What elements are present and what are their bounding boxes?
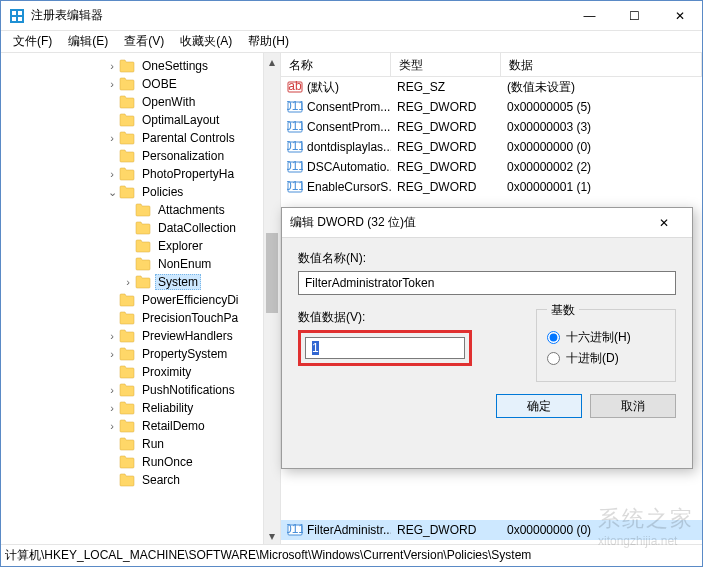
tree-node-reliability[interactable]: ›Reliability xyxy=(1,399,280,417)
radio-dec-row[interactable]: 十进制(D) xyxy=(547,350,665,367)
expand-icon[interactable]: › xyxy=(105,348,119,360)
tree-scrollbar[interactable]: ▴ ▾ xyxy=(263,53,280,544)
value-list[interactable]: ab(默认)REG_SZ(数值未设置)011ConsentProm...REG_… xyxy=(281,77,702,197)
list-row-selected[interactable]: 011 FilterAdministr... REG_DWORD 0x00000… xyxy=(281,520,702,540)
cell-type: REG_DWORD xyxy=(391,100,501,114)
expand-icon[interactable]: › xyxy=(105,384,119,396)
cell-data: 0x00000002 (2) xyxy=(501,160,702,174)
tree-node-run[interactable]: Run xyxy=(1,435,280,453)
col-header-type[interactable]: 类型 xyxy=(391,53,501,76)
tree-label: Policies xyxy=(139,184,186,200)
folder-icon xyxy=(135,203,151,217)
cell-name: 011DSCAutomatio... xyxy=(281,159,391,175)
list-row[interactable]: 011ConsentProm...REG_DWORD0x00000005 (5) xyxy=(281,97,702,117)
cell-type: REG_DWORD xyxy=(391,160,501,174)
tree-label: NonEnum xyxy=(155,256,214,272)
dword-icon: 011 xyxy=(287,159,303,175)
dword-icon: 011 xyxy=(287,139,303,155)
tree-node-powerefficiencydi[interactable]: PowerEfficiencyDi xyxy=(1,291,280,309)
expand-icon[interactable]: › xyxy=(105,132,119,144)
tree-node-precisiontouchpa[interactable]: PrecisionTouchPa xyxy=(1,309,280,327)
col-header-data[interactable]: 数据 xyxy=(501,53,702,76)
tree-node-propertysystem[interactable]: ›PropertySystem xyxy=(1,345,280,363)
tree-label: RunOnce xyxy=(139,454,196,470)
cell-name: 011dontdisplaylas... xyxy=(281,139,391,155)
tree-node-policies[interactable]: ⌄Policies xyxy=(1,183,280,201)
list-row[interactable]: 011ConsentProm...REG_DWORD0x00000003 (3) xyxy=(281,117,702,137)
tree-node-personalization[interactable]: Personalization xyxy=(1,147,280,165)
folder-icon xyxy=(119,131,135,145)
dialog-titlebar: 编辑 DWORD (32 位)值 ✕ xyxy=(282,208,692,238)
radio-dec-label: 十进制(D) xyxy=(566,350,619,367)
tree-label: OpenWith xyxy=(139,94,198,110)
tree-node-onesettings[interactable]: ›OneSettings xyxy=(1,57,280,75)
menu-favorites[interactable]: 收藏夹(A) xyxy=(172,31,240,52)
tree-node-datacollection[interactable]: DataCollection xyxy=(1,219,280,237)
folder-icon xyxy=(119,95,135,109)
tree-node-proximity[interactable]: Proximity xyxy=(1,363,280,381)
ok-button[interactable]: 确定 xyxy=(496,394,582,418)
cell-name-text: ConsentProm... xyxy=(307,100,390,114)
tree-node-system[interactable]: ›System xyxy=(1,273,280,291)
minimize-button[interactable]: — xyxy=(567,1,612,31)
svg-text:011: 011 xyxy=(287,119,303,133)
tree-node-openwith[interactable]: OpenWith xyxy=(1,93,280,111)
menu-edit[interactable]: 编辑(E) xyxy=(60,31,116,52)
dialog-close-button[interactable]: ✕ xyxy=(644,209,684,237)
tree-node-parental-controls[interactable]: ›Parental Controls xyxy=(1,129,280,147)
radio-hex-row[interactable]: 十六进制(H) xyxy=(547,329,665,346)
tree-node-attachments[interactable]: Attachments xyxy=(1,201,280,219)
list-row[interactable]: 011dontdisplaylas...REG_DWORD0x00000000 … xyxy=(281,137,702,157)
value-name-label: 数值名称(N): xyxy=(298,250,676,267)
tree-node-explorer[interactable]: Explorer xyxy=(1,237,280,255)
window-controls: — ☐ ✕ xyxy=(567,1,702,31)
cell-name: 011 FilterAdministr... xyxy=(281,522,391,538)
cell-name: ab(默认) xyxy=(281,79,391,96)
list-row[interactable]: ab(默认)REG_SZ(数值未设置) xyxy=(281,77,702,97)
scroll-down-icon[interactable]: ▾ xyxy=(264,527,280,544)
expand-icon[interactable]: › xyxy=(105,60,119,72)
expand-icon[interactable]: › xyxy=(105,168,119,180)
list-header: 名称 类型 数据 xyxy=(281,53,702,77)
maximize-button[interactable]: ☐ xyxy=(612,1,657,31)
folder-icon xyxy=(119,59,135,73)
folder-icon xyxy=(119,419,135,433)
tree-node-runonce[interactable]: RunOnce xyxy=(1,453,280,471)
list-row[interactable]: 011EnableCursorS...REG_DWORD0x00000001 (… xyxy=(281,177,702,197)
close-icon: ✕ xyxy=(659,216,669,230)
value-name-input[interactable] xyxy=(298,271,676,295)
scroll-up-icon[interactable]: ▴ xyxy=(264,53,280,70)
value-data-input[interactable] xyxy=(305,337,465,359)
close-button[interactable]: ✕ xyxy=(657,1,702,31)
scroll-thumb[interactable] xyxy=(266,233,278,313)
registry-tree[interactable]: ›OneSettings›OOBEOpenWithOptimalLayout›P… xyxy=(1,57,280,489)
expand-icon[interactable]: › xyxy=(105,78,119,90)
list-row[interactable]: 011DSCAutomatio...REG_DWORD0x00000002 (2… xyxy=(281,157,702,177)
folder-icon xyxy=(119,455,135,469)
menu-view[interactable]: 查看(V) xyxy=(116,31,172,52)
tree-node-optimallayout[interactable]: OptimalLayout xyxy=(1,111,280,129)
folder-icon xyxy=(119,149,135,163)
menu-file[interactable]: 文件(F) xyxy=(5,31,60,52)
tree-node-previewhandlers[interactable]: ›PreviewHandlers xyxy=(1,327,280,345)
menu-help[interactable]: 帮助(H) xyxy=(240,31,297,52)
tree-node-photopropertyha[interactable]: ›PhotoPropertyHa xyxy=(1,165,280,183)
cancel-button[interactable]: 取消 xyxy=(590,394,676,418)
cell-data: 0x00000001 (1) xyxy=(501,180,702,194)
tree-node-nonenum[interactable]: NonEnum xyxy=(1,255,280,273)
expand-icon[interactable]: › xyxy=(105,330,119,342)
cell-name-text: dontdisplaylas... xyxy=(307,140,391,154)
dword-icon: 011 xyxy=(287,179,303,195)
tree-node-retaildemo[interactable]: ›RetailDemo xyxy=(1,417,280,435)
radio-dec[interactable] xyxy=(547,352,560,365)
expand-icon[interactable]: › xyxy=(121,276,135,288)
expand-icon[interactable]: › xyxy=(105,402,119,414)
tree-node-pushnotifications[interactable]: ›PushNotifications xyxy=(1,381,280,399)
tree-node-search[interactable]: Search xyxy=(1,471,280,489)
status-path: 计算机\HKEY_LOCAL_MACHINE\SOFTWARE\Microsof… xyxy=(5,547,531,564)
expand-icon[interactable]: › xyxy=(105,420,119,432)
col-header-name[interactable]: 名称 xyxy=(281,53,391,76)
radio-hex[interactable] xyxy=(547,331,560,344)
expand-icon[interactable]: ⌄ xyxy=(105,186,119,199)
tree-node-oobe[interactable]: ›OOBE xyxy=(1,75,280,93)
